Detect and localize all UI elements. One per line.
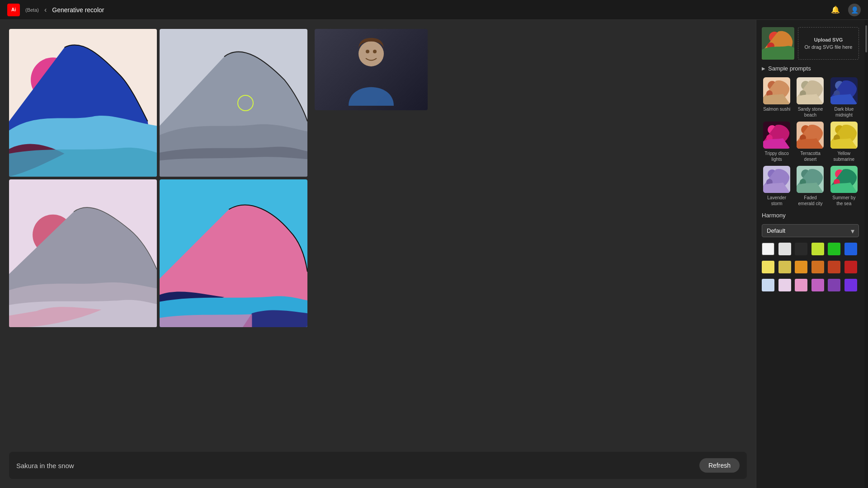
sample-item-trippy-disco[interactable]: Trippy disco lights (762, 122, 792, 162)
sample-item-summer-sea[interactable]: Summer by the sea (829, 166, 859, 206)
swatch-lime[interactable] (811, 243, 824, 255)
webcam-area (315, 29, 428, 110)
color-swatches-row-2 (762, 261, 859, 273)
sample-label-terracotta: Terracotta desert (795, 150, 825, 162)
grid-cell-3[interactable] (9, 179, 157, 327)
swatch-light-blue[interactable] (762, 279, 774, 291)
beta-label: (Beta) (25, 7, 39, 13)
swatch-light-pink[interactable] (778, 279, 791, 291)
main-layout: Refresh Upload SVG Or drag SVG file here (0, 20, 868, 488)
sample-item-sandy-stone[interactable]: Sandy stone beach (795, 77, 825, 118)
sample-label-sandy-stone: Sandy stone beach (795, 106, 825, 118)
back-button[interactable]: ‹ (44, 6, 47, 14)
swatch-gold[interactable] (778, 261, 791, 273)
sample-thumb-salmon-sushi (763, 77, 790, 104)
sample-item-yellow-sub[interactable]: Yellow submarine (829, 122, 859, 162)
topbar: Ai (Beta) ‹ Generative recolor 🔔 👤 (0, 0, 868, 20)
swatch-magenta[interactable] (811, 279, 824, 291)
harmony-label: Harmony (762, 212, 859, 219)
sample-label-emerald: Faded emerald city (795, 195, 825, 206)
swatch-violet[interactable] (844, 279, 857, 291)
sample-item-dark-blue[interactable]: Dark blue midnight (829, 77, 859, 118)
sample-thumb-lavender (763, 166, 790, 193)
refresh-button[interactable]: Refresh (699, 458, 740, 473)
upload-svg-title: Upload SVG (814, 37, 843, 43)
swatch-orange[interactable] (811, 261, 824, 273)
svg-point-10 (373, 50, 377, 53)
sample-label-salmon-sushi: Salmon sushi (763, 106, 790, 112)
upload-svg-button[interactable]: Upload SVG Or drag SVG file here (798, 27, 859, 60)
prompt-input[interactable] (16, 462, 694, 469)
sample-thumb-dark-blue (830, 77, 858, 104)
sample-label-yellow-sub: Yellow submarine (829, 150, 859, 162)
logo-text: Ai (11, 7, 16, 12)
swatch-black[interactable] (795, 243, 807, 255)
sample-thumb-terracotta (797, 122, 824, 149)
sample-label-lavender: Lavender storm (762, 195, 792, 206)
sample-label-dark-blue: Dark blue midnight (829, 106, 859, 118)
sample-item-terracotta[interactable]: Terracotta desert (795, 122, 825, 162)
scrollbar-thumb[interactable] (865, 25, 867, 52)
notification-icon[interactable]: 🔔 (831, 5, 840, 14)
sample-prompts-section[interactable]: ▶ Sample prompts (762, 65, 859, 72)
grid-cell-2[interactable] (160, 29, 307, 177)
scrollbar-track (864, 20, 868, 488)
sample-prompts-label: Sample prompts (768, 65, 811, 72)
app-title: Generative recolor (52, 6, 104, 14)
sample-label-trippy-disco: Trippy disco lights (762, 150, 792, 162)
swatch-red[interactable] (844, 261, 857, 273)
svg-point-8 (359, 41, 384, 66)
swatch-blue[interactable] (844, 243, 857, 255)
swatch-orange-light[interactable] (795, 261, 807, 273)
swatch-yellow[interactable] (762, 261, 774, 273)
harmony-select-wrapper: Default Complementary Analogous Triadic … (762, 224, 859, 237)
svg-thumbnail[interactable] (762, 27, 794, 60)
upload-svg-subtitle: Or drag SVG file here (805, 44, 853, 50)
sample-thumb-summer-sea (830, 166, 858, 193)
adobe-logo: Ai (7, 4, 20, 16)
harmony-select[interactable]: Default Complementary Analogous Triadic … (762, 224, 859, 237)
sample-prompts-grid: Salmon sushi Sandy stone beach (762, 77, 859, 206)
grid-cell-4[interactable] (160, 179, 307, 327)
svg-upload-area: Upload SVG Or drag SVG file here (762, 27, 859, 60)
sample-item-emerald[interactable]: Faded emerald city (795, 166, 825, 206)
center-content: Refresh (0, 20, 756, 488)
sample-label-summer-sea: Summer by the sea (829, 195, 859, 206)
sample-thumb-trippy-disco (763, 122, 790, 149)
person-icon (335, 33, 407, 106)
sample-item-lavender[interactable]: Lavender storm (762, 166, 792, 206)
swatch-purple[interactable] (828, 279, 840, 291)
chevron-icon: ▶ (762, 66, 765, 71)
canvas-area (9, 29, 747, 445)
sample-thumb-sandy-stone (797, 77, 824, 104)
sample-item-salmon-sushi[interactable]: Salmon sushi (762, 77, 792, 118)
swatch-pink[interactable] (795, 279, 807, 291)
swatch-white[interactable] (762, 243, 774, 255)
webcam-placeholder (315, 29, 428, 110)
sample-thumb-yellow-sub (830, 122, 858, 149)
image-grid (9, 29, 307, 327)
right-panel: Upload SVG Or drag SVG file here ▶ Sampl… (756, 20, 864, 488)
user-avatar[interactable]: 👤 (848, 4, 861, 16)
color-swatches-row-1 (762, 243, 859, 255)
swatch-green[interactable] (828, 243, 840, 255)
bottom-bar: Refresh (9, 452, 747, 479)
swatch-red-orange[interactable] (828, 261, 840, 273)
grid-cell-1[interactable] (9, 29, 157, 177)
swatch-lightgray[interactable] (778, 243, 791, 255)
sample-thumb-emerald (797, 166, 824, 193)
color-swatches-row-3 (762, 279, 859, 291)
svg-point-9 (366, 50, 369, 53)
